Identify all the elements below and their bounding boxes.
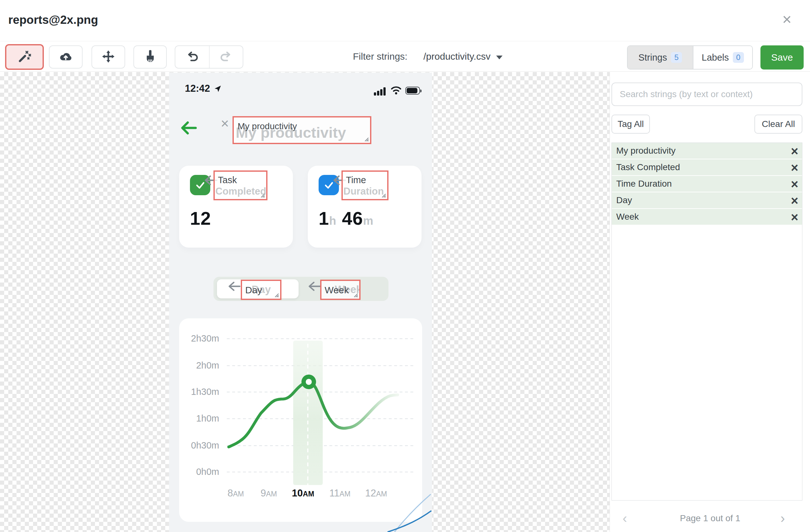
tag-box-task-completed[interactable]: Completed Task Completed — [213, 170, 268, 200]
string-text: Task Completed — [612, 162, 680, 172]
string-row[interactable]: Task Completed × — [612, 159, 802, 176]
y-tick: 1h30m — [184, 387, 219, 397]
string-text: Time Duration — [612, 179, 672, 189]
tag-pointer-arrow-icon — [226, 281, 241, 293]
resize-handle-icon[interactable] — [381, 193, 386, 198]
resize-handle-icon[interactable] — [364, 136, 369, 142]
redo-icon — [220, 50, 233, 64]
resize-handle-icon[interactable] — [353, 292, 358, 297]
brush-icon — [143, 50, 157, 65]
y-tick: 2h30m — [184, 333, 219, 344]
string-row[interactable]: Time Duration × — [612, 176, 802, 193]
upload-tool-button[interactable] — [49, 45, 83, 69]
tag-text: Day — [245, 285, 262, 296]
history-group — [175, 45, 243, 69]
battery-icon — [405, 87, 420, 95]
close-icon[interactable]: × — [782, 12, 792, 27]
tag-box-week[interactable]: Week Week — [320, 280, 360, 300]
remove-tag-icon[interactable]: × — [221, 116, 229, 131]
x-tick-selected: 10AM — [284, 487, 322, 499]
y-tick: 2h0m — [184, 360, 219, 371]
cellular-signal-icon — [374, 87, 387, 96]
tag-box-time-duration[interactable]: Duration Time Duration — [341, 170, 388, 200]
remove-string-icon[interactable]: × — [791, 160, 798, 175]
filter-file-value: /productivity.csv — [423, 51, 490, 62]
caret-down-icon — [496, 55, 503, 60]
tag-box-my-productivity[interactable]: My productivity My productivity — [232, 116, 371, 144]
time-duration-value: 1h 46m — [319, 207, 374, 229]
y-tick: 0h30m — [184, 440, 219, 451]
tag-text: My productivity — [238, 121, 297, 131]
wifi-icon — [390, 85, 402, 96]
x-tick: 8AM — [217, 487, 255, 499]
task-count-value: 12 — [190, 207, 211, 229]
tab-strings[interactable]: Strings 5 — [628, 46, 693, 69]
tab-labels-label: Labels — [702, 52, 729, 63]
clear-all-button[interactable]: Clear All — [755, 115, 803, 134]
filter-strings-label: Filter strings: — [353, 51, 407, 62]
location-arrow-icon — [213, 85, 222, 94]
tag-pointer-arrow-icon — [307, 281, 321, 293]
undo-button[interactable] — [175, 46, 209, 68]
back-arrow-icon — [180, 121, 197, 136]
tag-all-button[interactable]: Tag All — [612, 115, 650, 134]
string-row[interactable]: My productivity × — [612, 143, 802, 159]
toolbar: Filter strings: /productivity.csv String… — [0, 41, 810, 72]
redo-button[interactable] — [209, 46, 243, 68]
string-tagging-editor: reports@2x.png × — [0, 0, 810, 532]
filter-file-dropdown[interactable]: /productivity.csv — [423, 51, 503, 62]
move-tool-button[interactable] — [92, 45, 125, 69]
undo-icon — [185, 50, 199, 64]
string-text: Week — [612, 212, 639, 222]
strings-list-panel: My productivity × Task Completed × Time … — [612, 143, 803, 501]
tag-text: Week — [325, 285, 349, 296]
string-row[interactable]: Week × — [612, 209, 802, 226]
brush-tool-button[interactable] — [133, 45, 167, 69]
y-tick: 0h0m — [184, 467, 219, 477]
tag-box-day[interactable]: Day Day — [241, 280, 281, 300]
string-row[interactable]: Day × — [612, 193, 802, 209]
string-text: Day — [612, 195, 632, 205]
strings-count-badge: 5 — [671, 52, 682, 63]
file-title: reports@2x.png — [8, 13, 98, 27]
pagination: ‹ Page 1 out of 1 › — [610, 511, 810, 527]
move-icon — [101, 50, 115, 65]
search-input[interactable] — [612, 83, 803, 106]
upload-cloud-icon — [59, 50, 73, 65]
annotation-canvas[interactable]: 12:42 — [0, 72, 610, 532]
x-tick: 9AM — [250, 487, 288, 499]
result-tabs: Strings 5 Labels 0 — [627, 45, 753, 69]
magic-wand-tool-button[interactable] — [5, 44, 44, 70]
line-chart — [224, 331, 419, 490]
remove-string-icon[interactable]: × — [791, 210, 798, 225]
next-page-icon[interactable]: › — [780, 511, 785, 526]
screenshot-image[interactable]: 12:42 — [169, 73, 432, 532]
remove-string-icon[interactable]: × — [791, 193, 798, 208]
tab-labels[interactable]: Labels 0 — [693, 46, 752, 69]
labels-count-badge: 0 — [733, 52, 744, 63]
save-button[interactable]: Save — [760, 45, 804, 69]
page-indicator: Page 1 out of 1 — [610, 513, 810, 523]
partial-blue-chart — [347, 492, 432, 532]
magic-wand-icon — [17, 49, 32, 65]
resize-handle-icon[interactable] — [260, 193, 265, 198]
productivity-chart-card: 2h30m 2h0m 1h30m 1h0m 0h30m 0h0m — [179, 318, 422, 522]
phone-status-time: 12:42 — [185, 83, 210, 94]
resize-handle-icon[interactable] — [274, 292, 279, 297]
header: reports@2x.png × — [0, 0, 810, 41]
strings-sidebar: Tag All Clear All My productivity × Task… — [610, 72, 810, 532]
string-text: My productivity — [612, 146, 676, 156]
remove-string-icon[interactable]: × — [791, 144, 798, 159]
remove-string-icon[interactable]: × — [791, 177, 798, 192]
tab-strings-label: Strings — [638, 52, 667, 63]
y-tick: 1h0m — [184, 413, 219, 424]
